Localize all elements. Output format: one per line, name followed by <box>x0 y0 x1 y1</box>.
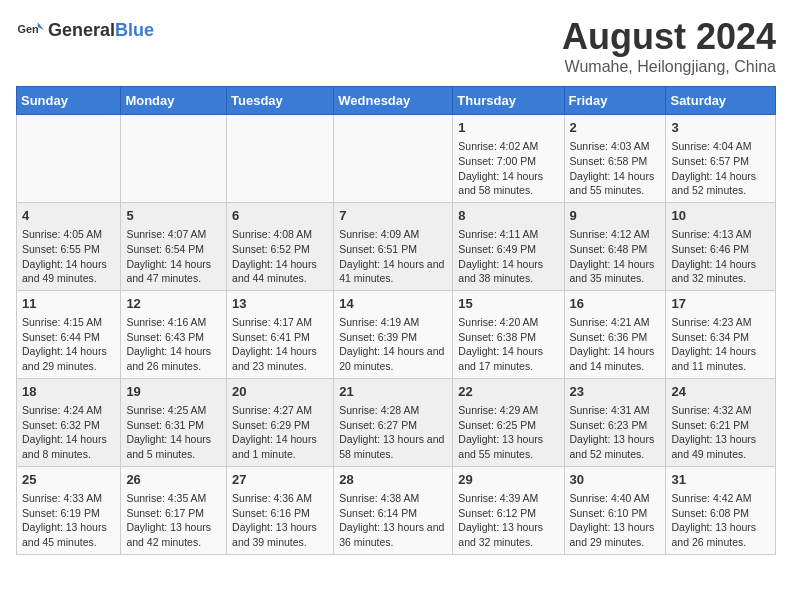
cell-text: Sunset: 6:23 PM <box>570 418 661 433</box>
logo-text-blue: Blue <box>115 20 154 40</box>
cell-2-4: 7Sunrise: 4:09 AMSunset: 6:51 PMDaylight… <box>334 202 453 290</box>
cell-text: Daylight: 14 hours and 49 minutes. <box>22 257 115 286</box>
cell-text: Daylight: 13 hours and 42 minutes. <box>126 520 221 549</box>
cell-text: Sunrise: 4:20 AM <box>458 315 558 330</box>
main-title: August 2024 <box>562 16 776 58</box>
cell-text: Sunset: 6:39 PM <box>339 330 447 345</box>
cell-text: Daylight: 14 hours and 23 minutes. <box>232 344 328 373</box>
day-number: 14 <box>339 295 447 313</box>
day-number: 27 <box>232 471 328 489</box>
cell-5-6: 30Sunrise: 4:40 AMSunset: 6:10 PMDayligh… <box>564 466 666 554</box>
logo: Gen GeneralBlue <box>16 16 154 44</box>
cell-3-1: 11Sunrise: 4:15 AMSunset: 6:44 PMDayligh… <box>17 290 121 378</box>
cell-4-3: 20Sunrise: 4:27 AMSunset: 6:29 PMDayligh… <box>227 378 334 466</box>
cell-text: Sunset: 6:34 PM <box>671 330 770 345</box>
cell-text: Sunrise: 4:42 AM <box>671 491 770 506</box>
cell-text: Daylight: 14 hours and 58 minutes. <box>458 169 558 198</box>
cell-text: Sunset: 6:46 PM <box>671 242 770 257</box>
cell-text: Daylight: 14 hours and 5 minutes. <box>126 432 221 461</box>
cell-5-3: 27Sunrise: 4:36 AMSunset: 6:16 PMDayligh… <box>227 466 334 554</box>
day-number: 13 <box>232 295 328 313</box>
day-number: 12 <box>126 295 221 313</box>
cell-text: Sunset: 6:32 PM <box>22 418 115 433</box>
cell-text: Sunrise: 4:13 AM <box>671 227 770 242</box>
cell-text: Sunrise: 4:40 AM <box>570 491 661 506</box>
cell-text: Sunrise: 4:27 AM <box>232 403 328 418</box>
cell-5-7: 31Sunrise: 4:42 AMSunset: 6:08 PMDayligh… <box>666 466 776 554</box>
day-number: 4 <box>22 207 115 225</box>
cell-4-6: 23Sunrise: 4:31 AMSunset: 6:23 PMDayligh… <box>564 378 666 466</box>
cell-5-2: 26Sunrise: 4:35 AMSunset: 6:17 PMDayligh… <box>121 466 227 554</box>
day-number: 30 <box>570 471 661 489</box>
logo-wordmark: GeneralBlue <box>48 20 154 41</box>
cell-4-5: 22Sunrise: 4:29 AMSunset: 6:25 PMDayligh… <box>453 378 564 466</box>
cell-text: Sunrise: 4:02 AM <box>458 139 558 154</box>
week-row-4: 18Sunrise: 4:24 AMSunset: 6:32 PMDayligh… <box>17 378 776 466</box>
cell-4-1: 18Sunrise: 4:24 AMSunset: 6:32 PMDayligh… <box>17 378 121 466</box>
cell-text: Sunset: 6:57 PM <box>671 154 770 169</box>
cell-text: Sunset: 6:16 PM <box>232 506 328 521</box>
week-row-2: 4Sunrise: 4:05 AMSunset: 6:55 PMDaylight… <box>17 202 776 290</box>
cell-text: Daylight: 13 hours and 32 minutes. <box>458 520 558 549</box>
cell-text: Daylight: 14 hours and 14 minutes. <box>570 344 661 373</box>
header-row: Sunday Monday Tuesday Wednesday Thursday… <box>17 87 776 115</box>
cell-text: Sunrise: 4:23 AM <box>671 315 770 330</box>
cell-text: Daylight: 14 hours and 11 minutes. <box>671 344 770 373</box>
cell-text: Sunrise: 4:15 AM <box>22 315 115 330</box>
cell-1-1 <box>17 115 121 203</box>
col-monday: Monday <box>121 87 227 115</box>
cell-text: Sunset: 6:43 PM <box>126 330 221 345</box>
day-number: 1 <box>458 119 558 137</box>
cell-1-5: 1Sunrise: 4:02 AMSunset: 7:00 PMDaylight… <box>453 115 564 203</box>
col-thursday: Thursday <box>453 87 564 115</box>
cell-text: Daylight: 14 hours and 52 minutes. <box>671 169 770 198</box>
cell-text: Sunset: 7:00 PM <box>458 154 558 169</box>
cell-1-4 <box>334 115 453 203</box>
cell-2-2: 5Sunrise: 4:07 AMSunset: 6:54 PMDaylight… <box>121 202 227 290</box>
cell-text: Sunrise: 4:12 AM <box>570 227 661 242</box>
cell-text: Sunrise: 4:19 AM <box>339 315 447 330</box>
cell-text: Daylight: 14 hours and 32 minutes. <box>671 257 770 286</box>
cell-text: Sunset: 6:51 PM <box>339 242 447 257</box>
cell-text: Sunrise: 4:04 AM <box>671 139 770 154</box>
col-sunday: Sunday <box>17 87 121 115</box>
cell-text: Sunset: 6:17 PM <box>126 506 221 521</box>
cell-text: Daylight: 13 hours and 52 minutes. <box>570 432 661 461</box>
cell-2-1: 4Sunrise: 4:05 AMSunset: 6:55 PMDaylight… <box>17 202 121 290</box>
cell-text: Sunset: 6:36 PM <box>570 330 661 345</box>
cell-4-2: 19Sunrise: 4:25 AMSunset: 6:31 PMDayligh… <box>121 378 227 466</box>
cell-3-3: 13Sunrise: 4:17 AMSunset: 6:41 PMDayligh… <box>227 290 334 378</box>
cell-text: Sunrise: 4:36 AM <box>232 491 328 506</box>
cell-text: Sunset: 6:21 PM <box>671 418 770 433</box>
cell-text: Sunrise: 4:03 AM <box>570 139 661 154</box>
cell-text: Daylight: 14 hours and 26 minutes. <box>126 344 221 373</box>
day-number: 29 <box>458 471 558 489</box>
cell-1-3 <box>227 115 334 203</box>
cell-5-5: 29Sunrise: 4:39 AMSunset: 6:12 PMDayligh… <box>453 466 564 554</box>
calendar-body: 1Sunrise: 4:02 AMSunset: 7:00 PMDaylight… <box>17 115 776 555</box>
cell-text: Sunrise: 4:28 AM <box>339 403 447 418</box>
cell-text: Sunset: 6:14 PM <box>339 506 447 521</box>
day-number: 19 <box>126 383 221 401</box>
cell-4-7: 24Sunrise: 4:32 AMSunset: 6:21 PMDayligh… <box>666 378 776 466</box>
col-tuesday: Tuesday <box>227 87 334 115</box>
day-number: 5 <box>126 207 221 225</box>
day-number: 11 <box>22 295 115 313</box>
col-wednesday: Wednesday <box>334 87 453 115</box>
day-number: 26 <box>126 471 221 489</box>
week-row-3: 11Sunrise: 4:15 AMSunset: 6:44 PMDayligh… <box>17 290 776 378</box>
cell-3-4: 14Sunrise: 4:19 AMSunset: 6:39 PMDayligh… <box>334 290 453 378</box>
day-number: 28 <box>339 471 447 489</box>
cell-3-5: 15Sunrise: 4:20 AMSunset: 6:38 PMDayligh… <box>453 290 564 378</box>
week-row-1: 1Sunrise: 4:02 AMSunset: 7:00 PMDaylight… <box>17 115 776 203</box>
day-number: 21 <box>339 383 447 401</box>
cell-text: Daylight: 14 hours and 41 minutes. <box>339 257 447 286</box>
day-number: 3 <box>671 119 770 137</box>
day-number: 10 <box>671 207 770 225</box>
logo-text-general: General <box>48 20 115 40</box>
calendar-table: Sunday Monday Tuesday Wednesday Thursday… <box>16 86 776 555</box>
cell-text: Daylight: 13 hours and 26 minutes. <box>671 520 770 549</box>
cell-text: Sunset: 6:10 PM <box>570 506 661 521</box>
day-number: 18 <box>22 383 115 401</box>
cell-1-2 <box>121 115 227 203</box>
